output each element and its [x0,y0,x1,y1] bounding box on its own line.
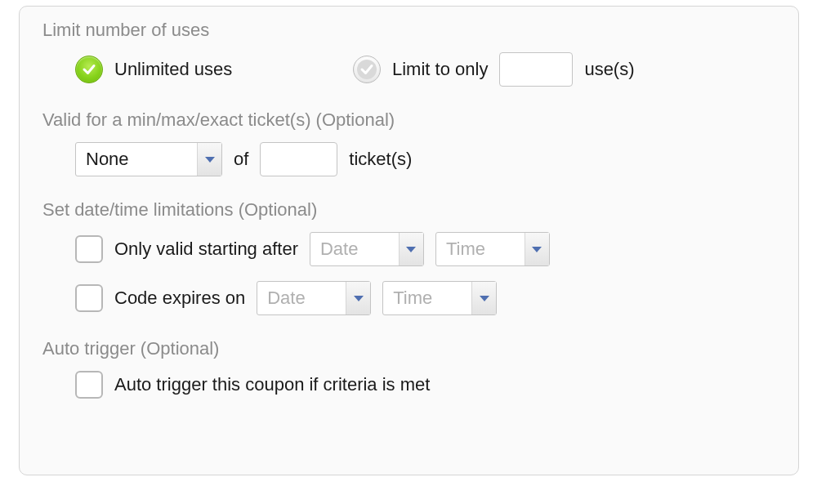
valid-starting-checkbox[interactable] [75,235,103,263]
start-date-select[interactable]: Date [310,232,424,266]
unlimited-uses-label: Unlimited uses [114,59,232,80]
valid-for-title: Valid for a min/max/exact ticket(s) (Opt… [42,109,775,131]
chevron-down-icon [346,282,370,314]
start-time-select[interactable]: Time [435,232,550,266]
auto-trigger-checkbox[interactable] [75,371,103,399]
datetime-title: Set date/time limitations (Optional) [42,199,775,221]
auto-trigger-title: Auto trigger (Optional) [42,338,775,359]
chevron-down-icon [525,233,549,265]
code-expires-row: Code expires on Date Time [75,281,775,315]
limit-to-only-option[interactable]: Limit to only use(s) [353,52,635,87]
auto-trigger-row: Auto trigger this coupon if criteria is … [75,371,775,399]
checkmark-dim-icon [359,62,374,77]
checkmark-icon [82,62,96,77]
code-expires-checkbox[interactable] [75,284,103,312]
limit-uses-title: Limit number of uses [42,20,775,41]
chevron-down-icon [471,282,496,314]
of-label: of [234,149,248,170]
valid-starting-label: Only valid starting after [114,239,298,260]
start-time-placeholder: Time [436,239,495,260]
unlimited-uses-option[interactable]: Unlimited uses [75,56,353,83]
uses-suffix-label: use(s) [584,59,634,80]
tickets-suffix-label: ticket(s) [349,149,412,170]
limit-uses-row: Unlimited uses Limit to only use(s) [75,52,775,87]
start-date-placeholder: Date [310,239,368,260]
ticket-count-input[interactable] [260,142,337,176]
chevron-down-icon [399,233,423,265]
code-expires-label: Code expires on [114,288,245,309]
expire-date-select[interactable]: Date [257,281,371,315]
radio-unselected-icon [353,56,381,83]
valid-starting-row: Only valid starting after Date Time [75,232,775,266]
auto-trigger-label: Auto trigger this coupon if criteria is … [114,374,430,395]
uses-count-input[interactable] [499,52,573,87]
limit-to-only-label: Limit to only [392,59,488,80]
validity-type-value: None [76,149,139,170]
expire-date-placeholder: Date [257,288,315,309]
valid-for-row: None of ticket(s) [75,142,775,176]
validity-type-select[interactable]: None [75,142,222,176]
expire-time-placeholder: Time [383,288,442,309]
coupon-settings-panel: Limit number of uses Unlimited uses Limi… [19,6,799,475]
expire-time-select[interactable]: Time [382,281,497,315]
chevron-down-icon [197,143,221,176]
check-circle-icon [75,56,103,83]
